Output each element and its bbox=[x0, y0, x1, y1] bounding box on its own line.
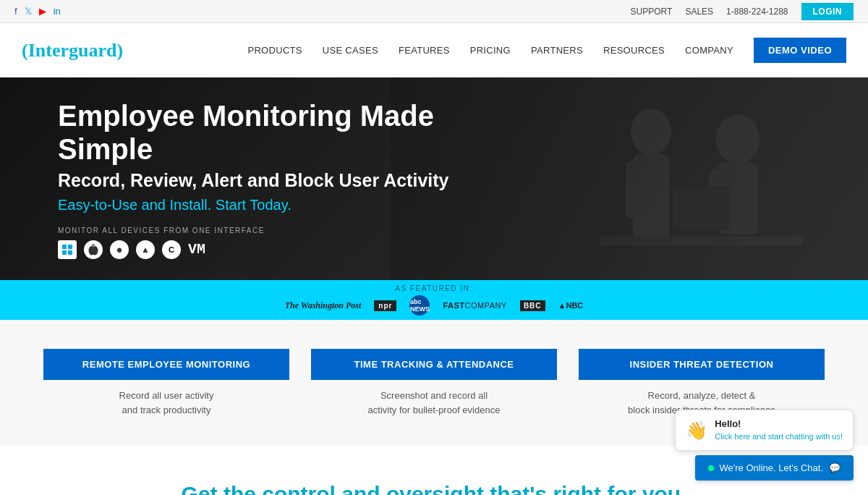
svg-rect-10 bbox=[68, 245, 72, 249]
citrix-icon: C bbox=[162, 240, 181, 259]
featured-logos: The Washington Post npr abcNEWS FASTCOMP… bbox=[285, 295, 584, 316]
washington-post-logo: The Washington Post bbox=[285, 300, 362, 311]
feature-time-tracking: TIME TRACKING & ATTENDANCE Screenshot an… bbox=[311, 349, 557, 417]
nav-pricing[interactable]: PRICING bbox=[470, 45, 511, 56]
twitter-icon[interactable]: 𝕏 bbox=[25, 6, 32, 17]
logo-bracket-close: ) bbox=[116, 40, 123, 61]
top-bar: f 𝕏 ▶ in SUPPORT SALES 1-888-224-1288 LO… bbox=[0, 0, 868, 23]
logo-bracket-open: ( bbox=[22, 40, 28, 61]
social-links: f 𝕏 ▶ in bbox=[14, 6, 61, 17]
time-tracking-desc: Screenshot and record allactivity for bu… bbox=[368, 389, 501, 417]
nbc-logo: ▲NBC bbox=[558, 301, 584, 310]
os-icons: ● ▲ C VM bbox=[58, 240, 810, 259]
facebook-icon[interactable]: f bbox=[14, 6, 17, 17]
nav-products[interactable]: PRODUCTS bbox=[247, 45, 302, 56]
nav-company[interactable]: COMPANY bbox=[685, 45, 733, 56]
online-indicator bbox=[708, 465, 714, 471]
chat-bar-label: We're Online. Let's Chat. bbox=[720, 462, 823, 473]
cta-heading: Get the control and oversight that's rig… bbox=[43, 482, 825, 495]
fast-company-logo: FASTCOMPANY bbox=[443, 301, 506, 310]
logo[interactable]: (Interguard) bbox=[22, 40, 123, 62]
top-bar-right: SUPPORT SALES 1-888-224-1288 LOGIN bbox=[631, 3, 854, 20]
apple-icon bbox=[84, 240, 103, 259]
support-link[interactable]: SUPPORT bbox=[631, 7, 673, 17]
linkedin-icon[interactable]: in bbox=[54, 6, 61, 17]
windows-icon bbox=[58, 240, 77, 259]
wave-icon: 👋 bbox=[686, 420, 707, 441]
svg-rect-11 bbox=[62, 250, 67, 255]
phone-number: 1-888-224-1288 bbox=[726, 7, 788, 17]
youtube-icon[interactable]: ▶ bbox=[39, 6, 46, 17]
nav-features[interactable]: FEATURES bbox=[399, 45, 450, 56]
nav-links: PRODUCTS USE CASES FEATURES PRICING PART… bbox=[247, 38, 846, 63]
time-tracking-button[interactable]: TIME TRACKING & ATTENDANCE bbox=[311, 349, 557, 380]
nav-resources[interactable]: RESOURCES bbox=[603, 45, 665, 56]
bbc-logo: BBC bbox=[520, 300, 545, 311]
feature-remote-monitoring: REMOTE EMPLOYEE MONITORING Record all us… bbox=[43, 349, 289, 417]
featured-label: AS FEATURED IN: bbox=[395, 284, 472, 292]
vmware-icon: VM bbox=[188, 241, 205, 258]
insider-threat-button[interactable]: INSIDER THREAT DETECTION bbox=[579, 349, 825, 380]
chat-icon: 💬 bbox=[829, 462, 841, 473]
chat-widget: 👋 Hello! Click here and start chatting w… bbox=[675, 410, 854, 481]
remote-monitoring-desc: Record all user activityand track produc… bbox=[119, 389, 214, 417]
sales-link[interactable]: SALES bbox=[685, 7, 713, 17]
chat-bubble: 👋 Hello! Click here and start chatting w… bbox=[675, 410, 854, 451]
remote-monitoring-button[interactable]: REMOTE EMPLOYEE MONITORING bbox=[43, 349, 289, 380]
feature-insider-threat: INSIDER THREAT DETECTION Record, analyze… bbox=[579, 349, 825, 417]
svg-rect-9 bbox=[62, 245, 67, 249]
nav-use-cases[interactable]: USE CASES bbox=[323, 45, 378, 56]
logo-text: Interguard bbox=[28, 40, 117, 61]
chat-bar[interactable]: We're Online. Let's Chat. 💬 bbox=[695, 455, 854, 481]
chat-bubble-text: Hello! Click here and start chatting wit… bbox=[715, 418, 843, 443]
hero-subheadline: Record, Review, Alert and Block User Act… bbox=[58, 170, 492, 191]
login-button[interactable]: LOGIN bbox=[801, 3, 854, 20]
nav-partners[interactable]: PARTNERS bbox=[531, 45, 583, 56]
hero-headline: Employee Monitoring Made Simple bbox=[58, 99, 506, 166]
android-icon: ▲ bbox=[136, 240, 155, 259]
svg-rect-12 bbox=[68, 250, 72, 255]
abc-logo: abcNEWS bbox=[409, 295, 430, 316]
demo-video-button[interactable]: DEMO VIDEO bbox=[754, 38, 846, 63]
chrome-icon: ● bbox=[110, 240, 129, 259]
monitor-label: MONITOR ALL DEVICES FROM ONE INTERFACE bbox=[58, 227, 810, 234]
hero-tagline: Easy-to-Use and Install. Start Today. bbox=[58, 197, 810, 213]
featured-bar: AS FEATURED IN: The Washington Post npr … bbox=[0, 280, 868, 320]
chat-greeting: Hello! bbox=[715, 418, 843, 431]
hero-section: Employee Monitoring Made Simple Record, … bbox=[0, 77, 868, 280]
main-nav: (Interguard) PRODUCTS USE CASES FEATURES… bbox=[0, 23, 868, 77]
chat-sub: Click here and start chatting with us! bbox=[715, 432, 843, 441]
npr-logo: npr bbox=[374, 300, 396, 311]
